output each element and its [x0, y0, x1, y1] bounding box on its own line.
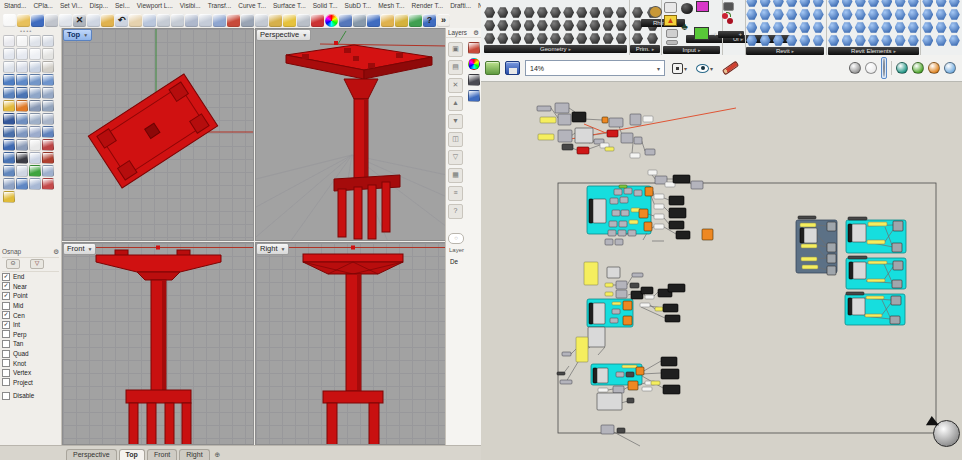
rhino-toolbar-tab[interactable]: Drafti... [450, 2, 471, 9]
cplane-icon[interactable] [255, 14, 268, 27]
help-icon[interactable]: ? [448, 204, 463, 219]
component-icon[interactable] [799, 22, 810, 33]
zoom-level-select[interactable]: 14% ▾ [525, 60, 665, 76]
component-icon[interactable] [773, 22, 784, 33]
display-tab-icon[interactable] [468, 58, 480, 70]
rhino-tool-icon[interactable] [42, 165, 54, 177]
white-gem[interactable] [865, 62, 877, 74]
rhino-tool-icon[interactable] [3, 48, 15, 60]
rhino-toolbar-tab[interactable]: Transf... [208, 2, 232, 9]
print-icon[interactable] [45, 14, 58, 27]
gh-component[interactable] [663, 385, 680, 394]
component-icon[interactable] [524, 33, 535, 44]
checkbox-project[interactable] [2, 378, 10, 386]
component-icon[interactable] [842, 22, 853, 33]
web-tab-icon[interactable] [468, 90, 480, 102]
component-icon[interactable] [550, 7, 561, 18]
rhino-tool-icon[interactable] [42, 87, 54, 99]
gh-component[interactable] [614, 189, 622, 195]
color-wheel-icon[interactable] [325, 14, 338, 27]
gh-component[interactable] [643, 116, 653, 122]
component-icon[interactable] [868, 9, 879, 20]
component-icon[interactable] [895, 22, 906, 33]
checkbox-int[interactable]: ✓ [2, 321, 10, 329]
rhino-toolbar-tab[interactable]: Viewport L... [137, 2, 173, 9]
gh-component[interactable] [628, 381, 638, 390]
rhino-toolbar-tab[interactable]: Curve T... [238, 2, 266, 9]
component-icon[interactable] [936, 0, 947, 7]
rhino-tool-icon[interactable] [16, 139, 28, 151]
component-icon[interactable] [855, 22, 866, 33]
checkbox-near[interactable]: ✓ [2, 282, 10, 290]
options-gear-icon[interactable] [395, 14, 408, 27]
gh-component[interactable] [597, 368, 608, 383]
component-icon[interactable] [908, 9, 919, 20]
gh-component[interactable] [661, 369, 679, 379]
rhino-toolbar-tab[interactable]: SubD T... [345, 2, 372, 9]
gh-component[interactable] [602, 117, 608, 123]
gh-component[interactable] [848, 224, 852, 242]
component-icon[interactable] [773, 9, 784, 20]
component-icon[interactable] [828, 22, 839, 33]
sphere-icon[interactable] [681, 3, 693, 14]
gh-component[interactable] [558, 114, 571, 125]
viewport-label-perspective[interactable]: Perspective▼ [256, 29, 311, 41]
component-icon[interactable] [510, 33, 521, 44]
gh-component[interactable] [648, 170, 657, 175]
rhino-tool-icon[interactable] [3, 35, 15, 47]
gh-component[interactable] [846, 292, 864, 295]
rhino-tool-icon[interactable] [16, 152, 28, 164]
gh-component[interactable] [540, 117, 556, 123]
rhino-tool-icon[interactable] [29, 139, 41, 151]
rhino-tool-icon[interactable] [42, 35, 54, 47]
pier-perspective-view[interactable] [286, 45, 432, 239]
component-icon[interactable] [589, 20, 600, 31]
rhino-tool-icon[interactable] [29, 61, 41, 73]
gh-component[interactable] [555, 103, 569, 113]
lock-icon[interactable] [297, 14, 310, 27]
delete-layer-icon[interactable]: ✕ [448, 78, 463, 93]
gh-component[interactable] [800, 228, 804, 243]
rhino-tool-icon[interactable] [29, 74, 41, 86]
rhino-tool-icon[interactable] [3, 152, 15, 164]
rhino-toolbar-tab[interactable]: Mesh T... [378, 2, 404, 9]
component-icon[interactable] [510, 20, 521, 31]
gh-component[interactable] [668, 284, 685, 292]
gh-component[interactable] [623, 301, 632, 310]
component-icon[interactable] [510, 7, 521, 18]
gh-component[interactable] [669, 208, 686, 218]
panel-grip[interactable]: •••• [20, 28, 32, 34]
component-icon[interactable] [799, 9, 810, 20]
gh-component[interactable] [589, 199, 593, 223]
checkbox-tan[interactable] [2, 340, 10, 348]
gh-component[interactable] [612, 309, 620, 314]
gh-component[interactable] [593, 199, 606, 223]
gh-component[interactable] [804, 228, 817, 243]
rhino-toolbar-tab[interactable]: Disp... [90, 2, 108, 9]
component-icon[interactable] [760, 9, 771, 20]
viewport-label-front[interactable]: Front▼ [63, 243, 96, 255]
rhino-toolbar-tab[interactable]: Stand... [4, 2, 26, 9]
gh-component[interactable] [619, 185, 627, 188]
component-icon[interactable] [524, 20, 535, 31]
component-icon[interactable] [537, 20, 548, 31]
texture-icon[interactable] [353, 14, 366, 27]
component-icon[interactable] [616, 20, 627, 31]
rhino-tool-icon[interactable] [16, 48, 28, 60]
rhino-tool-icon[interactable] [42, 48, 54, 60]
component-icon[interactable] [786, 22, 797, 33]
gh-component[interactable] [605, 283, 613, 287]
gh-component[interactable] [827, 266, 836, 275]
gumball-icon[interactable] [269, 14, 282, 27]
gh-component[interactable] [537, 106, 551, 111]
gh-component[interactable] [645, 187, 653, 196]
gh-component[interactable] [612, 302, 621, 305]
layer-search-input[interactable]: ○ [448, 233, 464, 244]
gear-icon[interactable]: ⚙ [473, 29, 479, 36]
component-icon[interactable] [773, 35, 784, 46]
gh-component[interactable] [575, 128, 593, 143]
rhino-toolbar-tab[interactable]: Sel... [115, 2, 130, 9]
component-icon[interactable] [799, 35, 810, 46]
palette-tab-prim-[interactable]: Prim.▸ [630, 45, 660, 53]
gh-component[interactable] [593, 303, 605, 324]
